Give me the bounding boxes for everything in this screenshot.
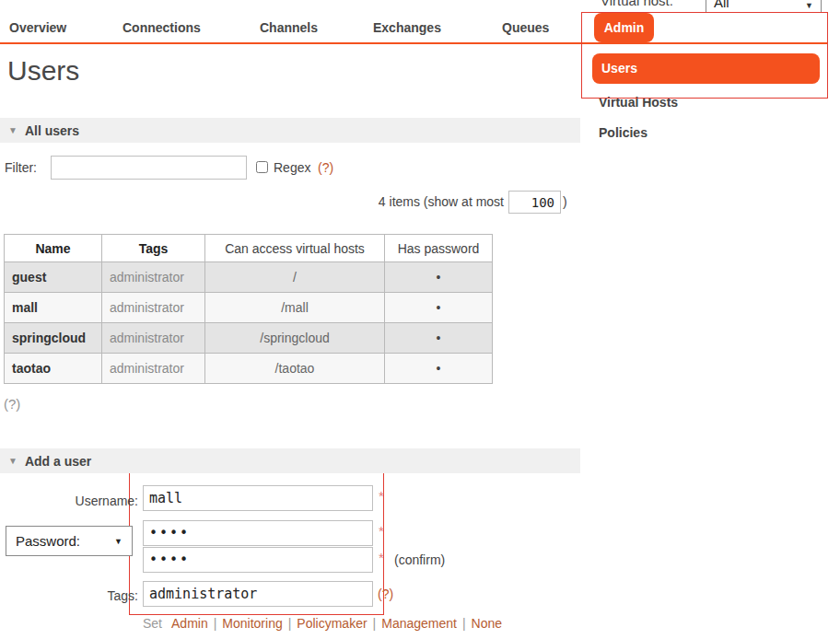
tab-admin[interactable]: Admin bbox=[594, 13, 654, 42]
required-asterisk: * bbox=[379, 550, 384, 565]
regex-label: Regex bbox=[274, 160, 310, 175]
virtual-host-label: Virtual host: bbox=[601, 0, 673, 8]
col-header-tags: Tags bbox=[102, 235, 205, 262]
tab-queues[interactable]: Queues bbox=[502, 13, 549, 42]
table-header-row: Name Tags Can access virtual hosts Has p… bbox=[5, 235, 493, 262]
required-asterisk: * bbox=[379, 523, 384, 539]
virtual-host-select[interactable]: All ▼ bbox=[706, 0, 822, 13]
password-input[interactable] bbox=[143, 520, 373, 546]
user-vhosts: / bbox=[205, 262, 385, 293]
tab-overview[interactable]: Overview bbox=[9, 13, 66, 42]
user-name[interactable]: mall bbox=[5, 293, 102, 323]
chevron-down-icon: ▼ bbox=[114, 537, 122, 546]
tab-channels[interactable]: Channels bbox=[260, 13, 318, 42]
user-vhosts: /taotao bbox=[205, 354, 385, 384]
collapse-triangle-icon: ▼ bbox=[8, 125, 18, 135]
separator: | bbox=[373, 616, 377, 631]
regex-help-link[interactable]: (?) bbox=[318, 160, 333, 175]
username-label: Username: bbox=[0, 494, 138, 508]
sidebar-item-users[interactable]: Users bbox=[592, 53, 820, 84]
chevron-down-icon: ▼ bbox=[805, 1, 813, 10]
filter-input[interactable] bbox=[51, 156, 247, 180]
table-row[interactable]: guest administrator / • bbox=[5, 262, 493, 293]
col-header-has-password: Has password bbox=[385, 235, 493, 262]
user-name[interactable]: guest bbox=[5, 262, 102, 293]
items-count-text: 4 items (show at most bbox=[286, 194, 504, 209]
table-row[interactable]: taotao administrator /taotao • bbox=[5, 354, 493, 384]
has-password-dot: • bbox=[385, 354, 493, 384]
users-table: Name Tags Can access virtual hosts Has p… bbox=[4, 234, 493, 384]
set-link-monitoring[interactable]: Monitoring bbox=[222, 616, 282, 631]
set-link-admin[interactable]: Admin bbox=[171, 616, 208, 631]
section-header-all-users[interactable]: ▼ All users bbox=[0, 118, 580, 143]
user-vhosts: /mall bbox=[205, 293, 385, 323]
has-password-dot: • bbox=[385, 323, 493, 354]
col-header-vhosts: Can access virtual hosts bbox=[205, 235, 385, 262]
tab-connections[interactable]: Connections bbox=[122, 13, 201, 42]
tags-help-link[interactable]: (?) bbox=[378, 587, 393, 601]
section-title: Add a user bbox=[25, 454, 91, 469]
password-select-label: Password: bbox=[16, 533, 80, 549]
set-tags-row: SetAdmin|Monitoring|Policymaker|Manageme… bbox=[143, 616, 502, 631]
set-label: Set bbox=[143, 616, 162, 631]
tab-exchanges[interactable]: Exchanges bbox=[373, 13, 441, 42]
separator: | bbox=[462, 616, 466, 631]
separator: | bbox=[288, 616, 292, 631]
user-vhosts: /springcloud bbox=[205, 323, 385, 354]
user-tags: administrator bbox=[102, 293, 205, 323]
show-at-most-input[interactable] bbox=[508, 191, 561, 214]
has-password-dot: • bbox=[385, 262, 493, 293]
nav-underline bbox=[0, 42, 827, 44]
col-header-name: Name bbox=[5, 235, 102, 262]
user-tags: administrator bbox=[102, 262, 205, 293]
table-help-link[interactable]: (?) bbox=[4, 396, 20, 412]
section-title: All users bbox=[25, 123, 79, 138]
has-password-dot: • bbox=[385, 293, 493, 323]
user-tags: administrator bbox=[102, 323, 205, 354]
tags-input[interactable] bbox=[143, 581, 373, 607]
tags-label: Tags: bbox=[0, 588, 138, 603]
sidebar-item-virtual-hosts[interactable]: Virtual Hosts bbox=[599, 95, 678, 110]
section-header-add-user[interactable]: ▼ Add a user bbox=[0, 448, 580, 473]
set-link-management[interactable]: Management bbox=[381, 616, 457, 631]
items-count-close-paren: ) bbox=[563, 194, 567, 209]
user-name[interactable]: springcloud bbox=[5, 323, 102, 354]
user-tags: administrator bbox=[102, 354, 205, 384]
filter-label: Filter: bbox=[5, 160, 37, 175]
regex-checkbox[interactable] bbox=[256, 161, 268, 173]
required-asterisk: * bbox=[379, 488, 384, 504]
page-title: Users bbox=[7, 55, 79, 87]
table-row[interactable]: mall administrator /mall • bbox=[5, 293, 493, 323]
username-input[interactable] bbox=[143, 485, 373, 511]
sidebar-item-policies[interactable]: Policies bbox=[599, 125, 648, 140]
user-name[interactable]: taotao bbox=[5, 354, 102, 384]
confirm-label: (confirm) bbox=[394, 552, 445, 567]
table-row[interactable]: springcloud administrator /springcloud • bbox=[5, 323, 493, 354]
set-link-none[interactable]: None bbox=[472, 616, 502, 631]
separator: | bbox=[214, 616, 217, 631]
password-type-select[interactable]: Password: ▼ bbox=[6, 526, 133, 556]
password-confirm-input[interactable] bbox=[143, 547, 373, 573]
virtual-host-value: All bbox=[714, 0, 729, 10]
set-link-policymaker[interactable]: Policymaker bbox=[297, 616, 367, 631]
collapse-triangle-icon: ▼ bbox=[8, 456, 18, 466]
